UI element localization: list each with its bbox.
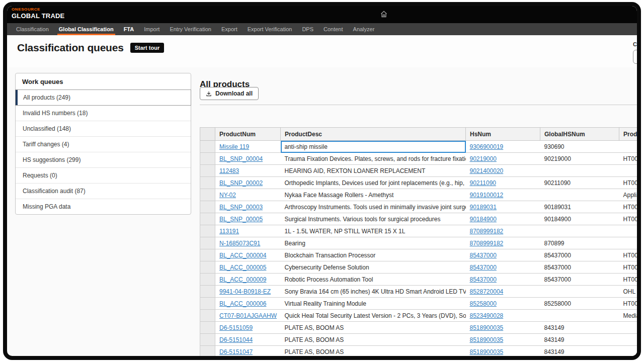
queue-item-invalid-hs-numbers-18[interactable]: Invalid HS numbers (18) xyxy=(16,105,191,121)
queue-item-classification-audit-87[interactable]: Classification audit (87) xyxy=(16,183,191,199)
product-num-link[interactable]: 9941-04-B0918-EZ xyxy=(219,288,271,295)
queue-item-hs-suggestions-299[interactable]: HS suggestions (299) xyxy=(16,152,191,167)
product-num-link[interactable]: BL_ACC_000006 xyxy=(219,300,266,307)
product-desc-cell[interactable]: Quick Heal Total Security Latest Version… xyxy=(281,310,466,322)
product-desc-cell[interactable]: anti-ship missile xyxy=(281,141,466,153)
queue-item-all-products-249[interactable]: All products (249) xyxy=(16,90,191,105)
product-num-link[interactable]: CT07-B01AJGAAHW xyxy=(219,312,277,319)
row-handle-cell[interactable] xyxy=(200,334,215,346)
product-desc-cell[interactable]: Surgical Instruments. Various tools for … xyxy=(281,213,466,225)
product-desc-cell[interactable]: PLATE AS, BOOM AS xyxy=(281,334,466,346)
product-desc-cell[interactable]: Sony Bravia 164 cm (65 inches) 4K Ultra … xyxy=(281,286,466,298)
product-num-link[interactable]: BL_SNP_00005 xyxy=(219,216,263,223)
product-num-link[interactable]: BL_ACC_000004 xyxy=(219,252,266,259)
column-header-handle xyxy=(200,128,215,141)
row-handle-cell[interactable] xyxy=(200,274,215,286)
hs-num-link[interactable]: 85258000 xyxy=(470,300,497,307)
hs-num-link[interactable]: 9019100012 xyxy=(470,192,504,199)
queue-item-missing-pga-data[interactable]: Missing PGA data xyxy=(16,199,191,214)
row-handle-cell[interactable] xyxy=(200,286,215,298)
row-handle-cell[interactable] xyxy=(200,165,215,177)
product-num-link[interactable]: 112483 xyxy=(219,167,239,174)
product-desc-cell[interactable]: Orthopedic Implants, Devices used for jo… xyxy=(281,177,466,189)
queue-item-tariff-changes-4[interactable]: Tariff changes (4) xyxy=(16,136,191,152)
row-handle-cell[interactable] xyxy=(200,213,215,225)
nav-item-export[interactable]: Export xyxy=(216,23,243,35)
hs-num-link[interactable]: 9306900019 xyxy=(470,143,504,150)
product-name-cell: HT006 xyxy=(619,298,641,310)
hs-num-link[interactable]: 8518900035 xyxy=(470,348,504,355)
row-handle-cell[interactable] xyxy=(200,153,215,165)
nav-item-classification[interactable]: Classification xyxy=(11,23,54,35)
row-handle-cell[interactable] xyxy=(200,310,215,322)
row-handle-cell[interactable] xyxy=(200,141,215,153)
download-all-button[interactable]: Download all xyxy=(200,87,259,100)
queue-item-requests-0[interactable]: Requests (0) xyxy=(16,167,191,183)
nav-item-fta[interactable]: FTA xyxy=(119,23,139,35)
product-desc-cell[interactable]: Trauma Fixation Devices. Plates, screws,… xyxy=(281,153,466,165)
product-desc-cell[interactable]: Nykaa Face Massage Rollers - Amethyst xyxy=(281,189,466,201)
product-desc-cell[interactable]: Virtual Reality Training Module xyxy=(281,298,466,310)
product-desc-cell[interactable]: HEARING AID, REXTON LOANER REPLACEMENT xyxy=(281,165,466,177)
global-hs-num-cell: 843149 xyxy=(540,334,619,346)
row-handle-cell[interactable] xyxy=(200,322,215,334)
hs-num-link[interactable]: 8518900035 xyxy=(470,336,504,343)
product-num-cell: BL_ACC_000009 xyxy=(215,274,281,286)
hs-num-link[interactable]: 8708999182 xyxy=(470,228,504,235)
table-row: D6-5151047PLATE AS, BOOM AS8518900035843… xyxy=(200,346,641,358)
product-desc-cell[interactable]: PLATE AS, BOOM AS xyxy=(281,346,466,358)
product-num-link[interactable]: BL_SNP_00003 xyxy=(219,204,263,211)
home-icon[interactable] xyxy=(380,10,389,19)
row-handle-cell[interactable] xyxy=(200,298,215,310)
hs-num-link[interactable]: 9021400020 xyxy=(470,167,504,174)
hs-num-link[interactable]: 90219000 xyxy=(470,155,497,162)
start-tour-button[interactable]: Start tour xyxy=(130,43,165,53)
corner-control-box[interactable] xyxy=(633,50,641,64)
nav-item-dps[interactable]: DPS xyxy=(297,23,318,35)
nav-item-import[interactable]: Import xyxy=(139,23,165,35)
row-handle-cell[interactable] xyxy=(200,177,215,189)
row-handle-cell[interactable] xyxy=(200,249,215,261)
queue-item-unclassified-148[interactable]: Unclassified (148) xyxy=(16,121,191,136)
nav-item-content[interactable]: Content xyxy=(318,23,348,35)
nav-item-export-verification[interactable]: Export Verification xyxy=(243,23,297,35)
row-handle-cell[interactable] xyxy=(200,201,215,213)
row-handle-cell[interactable] xyxy=(200,237,215,249)
hs-num-link[interactable]: 90184900 xyxy=(470,216,497,223)
product-desc-cell[interactable]: PLATE AS, BOOM AS xyxy=(281,322,466,334)
nav-item-entry-verification[interactable]: Entry Verification xyxy=(165,23,216,35)
product-num-link[interactable]: D6-5151044 xyxy=(219,336,253,343)
hs-num-link[interactable]: 8708999182 xyxy=(470,240,504,247)
product-num-link[interactable]: 113191 xyxy=(219,228,239,235)
hs-num-link[interactable]: 85437000 xyxy=(470,264,497,271)
product-num-link[interactable]: NY-02 xyxy=(219,192,236,199)
product-desc-cell[interactable]: Cybersecurity Defense Solution xyxy=(281,261,466,274)
product-desc-cell[interactable]: Arthroscopy Instruments. Tools used in m… xyxy=(281,201,466,213)
product-desc-cell[interactable]: Bearing xyxy=(281,237,466,249)
hs-num-link[interactable]: 8523490028 xyxy=(470,312,504,319)
product-num-link[interactable]: BL_ACC_000005 xyxy=(219,264,266,271)
nav-item-analyzer[interactable]: Analyzer xyxy=(348,23,380,35)
hs-num-link[interactable]: 85437000 xyxy=(470,252,497,259)
product-desc-cell[interactable]: 1L - 1.5L WATER, NP STILL WATER 15 X 1L xyxy=(281,225,466,237)
row-handle-cell[interactable] xyxy=(200,261,215,274)
hs-num-cell: 9306900019 xyxy=(466,141,540,153)
nav-item-global-classification[interactable]: Global Classification xyxy=(54,23,119,35)
hs-num-link[interactable]: 8528720004 xyxy=(470,288,504,295)
product-num-link[interactable]: BL_SNP_00002 xyxy=(219,179,263,187)
product-num-link[interactable]: N-1685073C91 xyxy=(219,240,260,247)
product-num-link[interactable]: Missile 119 xyxy=(219,143,249,150)
product-num-link[interactable]: BL_ACC_000009 xyxy=(219,276,266,283)
product-num-link[interactable]: D6-5151059 xyxy=(219,324,253,331)
hs-num-link[interactable]: 85437000 xyxy=(470,276,497,283)
product-num-link[interactable]: D6-5151047 xyxy=(219,348,253,355)
product-desc-cell[interactable]: Blockchain Transaction Processor xyxy=(281,249,466,261)
hs-num-link[interactable]: 90211090 xyxy=(470,179,497,187)
product-num-link[interactable]: BL_SNP_00004 xyxy=(219,155,263,162)
row-handle-cell[interactable] xyxy=(200,189,215,201)
hs-num-link[interactable]: 90189031 xyxy=(470,204,497,211)
row-handle-cell[interactable] xyxy=(200,225,215,237)
hs-num-link[interactable]: 8518900035 xyxy=(470,324,504,331)
row-handle-cell[interactable] xyxy=(200,346,215,358)
product-desc-cell[interactable]: Robotic Process Automation Tool xyxy=(281,274,466,286)
